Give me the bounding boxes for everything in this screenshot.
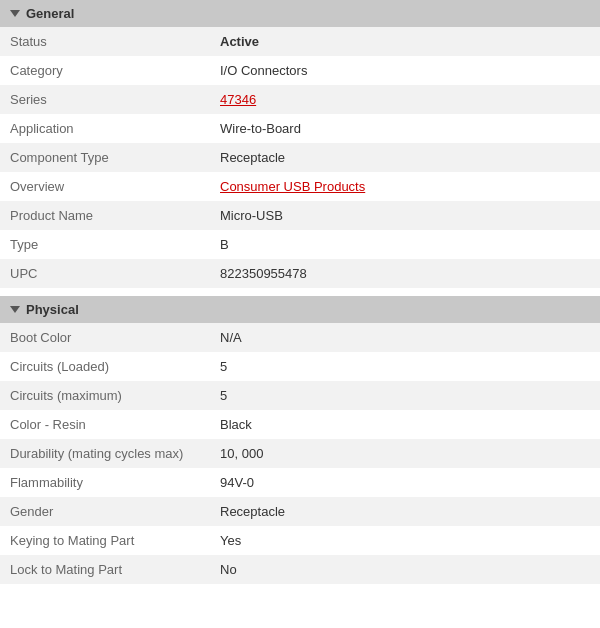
table-row: Series47346 <box>0 85 600 114</box>
row-label: Circuits (maximum) <box>0 381 210 410</box>
row-value[interactable]: Consumer USB Products <box>210 172 600 201</box>
row-label: Color - Resin <box>0 410 210 439</box>
table-row: OverviewConsumer USB Products <box>0 172 600 201</box>
general-section: General StatusActiveCategoryI/O Connecto… <box>0 0 600 288</box>
row-value: B <box>210 230 600 259</box>
row-value: I/O Connectors <box>210 56 600 85</box>
row-value: 5 <box>210 352 600 381</box>
row-label: Circuits (Loaded) <box>0 352 210 381</box>
row-label: Product Name <box>0 201 210 230</box>
row-value[interactable]: 47346 <box>210 85 600 114</box>
general-section-title: General <box>26 6 74 21</box>
row-label: Overview <box>0 172 210 201</box>
table-row: UPC822350955478 <box>0 259 600 288</box>
row-value: Yes <box>210 526 600 555</box>
table-row: Circuits (maximum)5 <box>0 381 600 410</box>
table-row: Flammability94V-0 <box>0 468 600 497</box>
row-value: Micro-USB <box>210 201 600 230</box>
row-value: Receptacle <box>210 497 600 526</box>
row-label: Boot Color <box>0 323 210 352</box>
row-value: 10, 000 <box>210 439 600 468</box>
row-label: Series <box>0 85 210 114</box>
table-row: Lock to Mating PartNo <box>0 555 600 584</box>
row-label: Application <box>0 114 210 143</box>
row-label: Gender <box>0 497 210 526</box>
collapse-triangle-physical[interactable] <box>10 306 20 313</box>
row-label: Category <box>0 56 210 85</box>
row-value: No <box>210 555 600 584</box>
row-value: 822350955478 <box>210 259 600 288</box>
row-label: UPC <box>0 259 210 288</box>
physical-section-title: Physical <box>26 302 79 317</box>
row-value: Black <box>210 410 600 439</box>
row-value: Wire-to-Board <box>210 114 600 143</box>
physical-table: Boot ColorN/ACircuits (Loaded)5Circuits … <box>0 323 600 584</box>
row-value: 94V-0 <box>210 468 600 497</box>
row-value: Active <box>210 27 600 56</box>
table-row: Boot ColorN/A <box>0 323 600 352</box>
physical-section-header: Physical <box>0 296 600 323</box>
table-row: Circuits (Loaded)5 <box>0 352 600 381</box>
row-value: Receptacle <box>210 143 600 172</box>
row-label: Keying to Mating Part <box>0 526 210 555</box>
table-row: TypeB <box>0 230 600 259</box>
table-row: ApplicationWire-to-Board <box>0 114 600 143</box>
physical-section: Physical Boot ColorN/ACircuits (Loaded)5… <box>0 296 600 584</box>
row-label: Status <box>0 27 210 56</box>
row-value: 5 <box>210 381 600 410</box>
section-spacer <box>0 288 600 296</box>
table-row: Color - ResinBlack <box>0 410 600 439</box>
table-row: Durability (mating cycles max)10, 000 <box>0 439 600 468</box>
row-label: Lock to Mating Part <box>0 555 210 584</box>
table-row: Component TypeReceptacle <box>0 143 600 172</box>
row-value: N/A <box>210 323 600 352</box>
row-label: Component Type <box>0 143 210 172</box>
general-section-header: General <box>0 0 600 27</box>
row-label: Flammability <box>0 468 210 497</box>
row-label: Type <box>0 230 210 259</box>
table-row: Product NameMicro-USB <box>0 201 600 230</box>
table-row: GenderReceptacle <box>0 497 600 526</box>
table-row: StatusActive <box>0 27 600 56</box>
table-row: CategoryI/O Connectors <box>0 56 600 85</box>
general-table: StatusActiveCategoryI/O ConnectorsSeries… <box>0 27 600 288</box>
table-row: Keying to Mating PartYes <box>0 526 600 555</box>
row-label: Durability (mating cycles max) <box>0 439 210 468</box>
collapse-triangle-general[interactable] <box>10 10 20 17</box>
